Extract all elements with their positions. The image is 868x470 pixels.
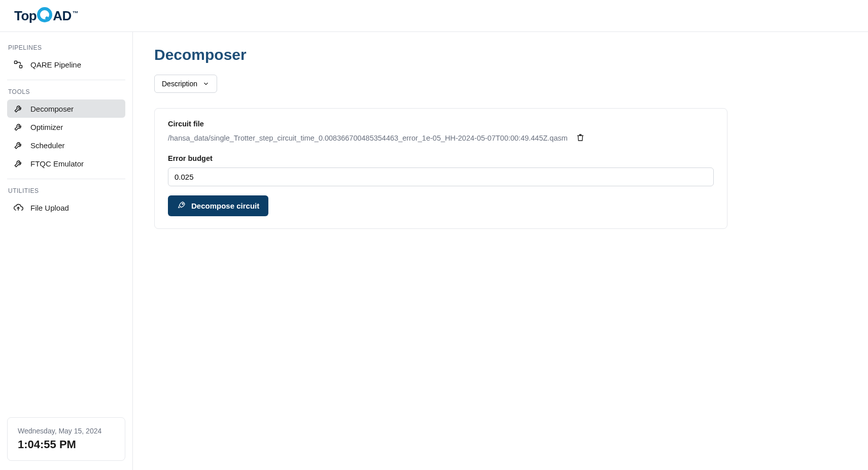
pipeline-icon [13,59,23,70]
app-logo: Top AD ™ [14,8,78,24]
chevron-down-icon [202,80,210,87]
decompose-circuit-button[interactable]: Decompose circuit [168,195,268,216]
sidebar-item-label: Scheduler [30,141,65,150]
svg-rect-0 [15,61,17,63]
clock-date: Wednesday, May 15, 2024 [18,427,115,435]
logo-prefix: Top [14,8,37,24]
sidebar-item-qare-pipeline[interactable]: QARE Pipeline [7,55,125,74]
wrench-icon [13,140,23,150]
decomposer-panel: Circuit file /hansa_data/single_Trotter_… [154,108,727,229]
description-toggle-label: Description [162,80,197,88]
svg-rect-1 [20,65,22,68]
logo-q-icon [37,7,52,22]
wrench-icon [13,122,23,132]
delete-file-button[interactable] [576,133,586,143]
sidebar-item-label: QARE Pipeline [30,60,81,69]
sidebar-item-optimizer[interactable]: Optimizer [7,118,125,136]
svg-point-2 [182,204,183,205]
clock-card: Wednesday, May 15, 2024 1:04:55 PM [7,417,125,461]
error-budget-input[interactable] [168,167,714,186]
sidebar-item-label: File Upload [30,204,69,212]
cloud-upload-icon [13,203,23,213]
sidebar-item-label: Decomposer [30,105,74,113]
sidebar-item-label: Optimizer [30,123,63,131]
sidebar-item-label: FTQC Emulator [30,159,84,168]
description-toggle[interactable]: Description [154,75,217,93]
sidebar-item-file-upload[interactable]: File Upload [7,198,125,217]
decompose-button-label: Decompose circuit [191,202,259,210]
logo-trademark: ™ [73,10,79,17]
sidebar: PIPELINES QARE Pipeline TOOLS Decomposer… [0,32,133,470]
circuit-file-path: /hansa_data/single_Trotter_step_circuit_… [168,134,568,142]
sidebar-section-utilities: UTILITIES [7,185,125,198]
trash-icon [576,135,585,144]
wrench-icon [13,104,23,114]
sidebar-section-pipelines: PIPELINES [7,42,125,55]
wrench-icon [13,158,23,169]
sidebar-item-scheduler[interactable]: Scheduler [7,136,125,154]
sidebar-section-tools: TOOLS [7,86,125,99]
page-title: Decomposer [154,46,847,63]
circuit-file-label: Circuit file [168,120,714,128]
circuit-file-row: /hansa_data/single_Trotter_step_circuit_… [168,133,714,143]
sidebar-item-decomposer[interactable]: Decomposer [7,99,125,118]
app-header: Top AD ™ [0,0,868,32]
error-budget-label: Error budget [168,154,714,162]
logo-suffix: AD [53,8,72,24]
divider [7,179,125,179]
main-content: Decomposer Description Circuit file /han… [133,32,868,470]
divider [7,80,125,80]
rocket-icon [177,200,186,211]
sidebar-item-ftqc-emulator[interactable]: FTQC Emulator [7,154,125,173]
clock-time: 1:04:55 PM [18,438,115,451]
